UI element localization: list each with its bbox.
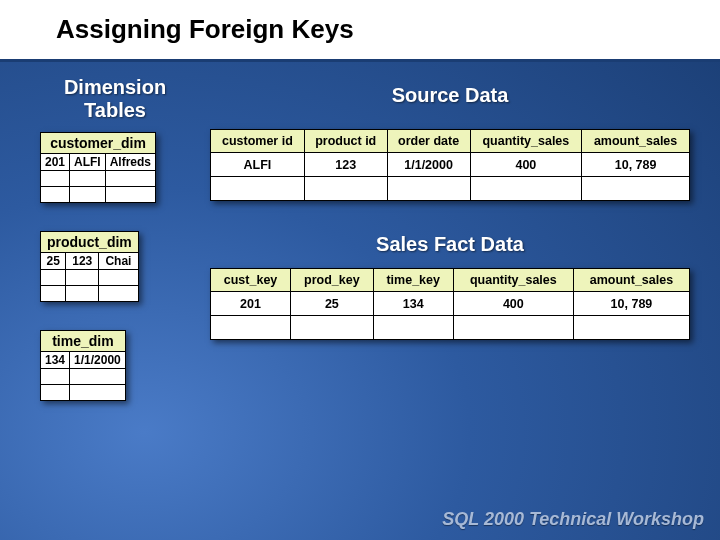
dimension-tables-column: Dimension Tables customer_dim 201 ALFI A… [40, 76, 200, 429]
cell-cust-key: 201 [211, 292, 291, 316]
col-amount-sales: amount_sales [573, 269, 689, 292]
col-amount-sales: amount_sales [582, 130, 690, 153]
time-dim-header: time_dim [41, 331, 126, 352]
cell-order-date: 1/1/2000 [387, 153, 470, 177]
cell-quantity-sales: 400 [453, 292, 573, 316]
content-area: Dimension Tables customer_dim 201 ALFI A… [0, 62, 720, 76]
table-row: 25 123 Chai [41, 253, 139, 270]
cell-time-key: 134 [373, 292, 453, 316]
time-dim-table: time_dim 134 1/1/2000 [40, 330, 126, 401]
table-row: ALFI 123 1/1/2000 400 10, 789 [211, 153, 690, 177]
source-data-heading: Source Data [210, 84, 690, 107]
customer-dim-key: 201 [41, 154, 70, 171]
customer-dim-header: customer_dim [41, 133, 156, 154]
cell-amount-sales: 10, 789 [582, 153, 690, 177]
footer-brand: SQL 2000 Technical Workshop [442, 509, 704, 530]
cell-amount-sales: 10, 789 [573, 292, 689, 316]
table-row [41, 171, 156, 187]
table-row [41, 187, 156, 203]
table-row [41, 385, 126, 401]
col-customer-id: customer id [211, 130, 305, 153]
col-order-date: order date [387, 130, 470, 153]
sales-fact-table: cust_key prod_key time_key quantity_sale… [210, 268, 690, 340]
time-dim-key: 134 [41, 352, 70, 369]
table-row [211, 316, 690, 340]
col-time-key: time_key [373, 269, 453, 292]
customer-dim-id: ALFI [70, 154, 106, 171]
customer-dim-table: customer_dim 201 ALFI Alfreds [40, 132, 156, 203]
table-row [211, 177, 690, 201]
cell-quantity-sales: 400 [470, 153, 582, 177]
table-header-row: cust_key prod_key time_key quantity_sale… [211, 269, 690, 292]
sales-fact-heading: Sales Fact Data [210, 233, 690, 256]
source-data-table: customer id product id order date quanti… [210, 129, 690, 201]
page-title: Assigning Foreign Keys [56, 14, 720, 45]
customer-dim-name: Alfreds [105, 154, 155, 171]
product-dim-id: 123 [66, 253, 99, 270]
table-row [41, 369, 126, 385]
table-row: 134 1/1/2000 [41, 352, 126, 369]
table-row: 201 ALFI Alfreds [41, 154, 156, 171]
time-dim-date: 1/1/2000 [70, 352, 126, 369]
product-dim-header: product_dim [41, 232, 139, 253]
table-row [41, 286, 139, 302]
right-column: Source Data customer id product id order… [210, 76, 690, 350]
col-prod-key: prod_key [291, 269, 374, 292]
table-header-row: customer id product id order date quanti… [211, 130, 690, 153]
product-dim-table: product_dim 25 123 Chai [40, 231, 139, 302]
cell-customer-id: ALFI [211, 153, 305, 177]
col-quantity-sales: quantity_sales [453, 269, 573, 292]
table-row: 201 25 134 400 10, 789 [211, 292, 690, 316]
dimension-tables-heading: Dimension Tables [40, 76, 190, 122]
product-dim-name: Chai [99, 253, 139, 270]
cell-product-id: 123 [304, 153, 387, 177]
title-bar: Assigning Foreign Keys [0, 0, 720, 62]
col-cust-key: cust_key [211, 269, 291, 292]
cell-prod-key: 25 [291, 292, 374, 316]
col-quantity-sales: quantity_sales [470, 130, 582, 153]
table-row [41, 270, 139, 286]
product-dim-key: 25 [41, 253, 66, 270]
col-product-id: product id [304, 130, 387, 153]
